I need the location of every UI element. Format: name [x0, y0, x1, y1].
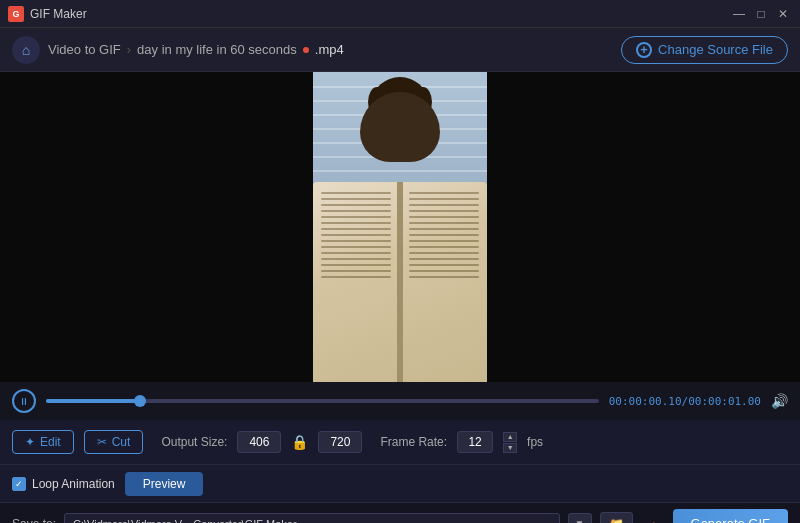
progress-bar[interactable]	[46, 399, 599, 403]
save-bar: Save to: C:\Vidmore\Vidmore V... Convert…	[0, 502, 800, 523]
generate-arrow-indicator: →	[641, 512, 661, 523]
width-input[interactable]	[237, 431, 281, 453]
book-text-right	[409, 192, 479, 278]
nav-left: ⌂ Video to GIF › day in my life in 60 se…	[12, 36, 344, 64]
preview-button[interactable]: Preview	[125, 472, 204, 496]
text-line	[321, 234, 391, 236]
fps-label: fps	[527, 435, 543, 449]
close-button[interactable]: ✕	[774, 5, 792, 23]
text-line	[409, 198, 479, 200]
text-line	[321, 198, 391, 200]
loop-bar: ✓ Loop Animation Preview	[0, 464, 800, 502]
output-size-label: Output Size:	[161, 435, 227, 449]
window-controls: — □ ✕	[730, 5, 792, 23]
text-line	[321, 246, 391, 248]
text-line	[321, 204, 391, 206]
text-line	[321, 210, 391, 212]
text-line	[409, 246, 479, 248]
time-display: 00:00:00.10/00:00:01.00	[609, 395, 761, 408]
cut-label: Cut	[112, 435, 131, 449]
text-line	[321, 276, 391, 278]
playback-bar: ⏸ 00:00:00.10/00:00:01.00 🔊	[0, 382, 800, 420]
home-icon: ⌂	[22, 42, 30, 58]
framerate-input[interactable]	[457, 431, 493, 453]
text-line	[409, 240, 479, 242]
checkbox-check: ✓	[12, 477, 26, 491]
title-bar: G GIF Maker — □ ✕	[0, 0, 800, 28]
book-spine	[397, 182, 403, 382]
text-line	[409, 264, 479, 266]
loop-animation-checkbox[interactable]: ✓ Loop Animation	[12, 477, 115, 491]
video-frame	[313, 72, 487, 382]
text-line	[409, 252, 479, 254]
video-area	[0, 72, 800, 382]
text-line	[409, 270, 479, 272]
text-line	[321, 216, 391, 218]
edit-icon: ✦	[25, 435, 35, 449]
home-button[interactable]: ⌂	[12, 36, 40, 64]
path-dropdown-button[interactable]: ▼	[568, 513, 592, 523]
framerate-label: Frame Rate:	[380, 435, 447, 449]
nav-bar: ⌂ Video to GIF › day in my life in 60 se…	[0, 28, 800, 72]
text-line	[321, 228, 391, 230]
framerate-down-button[interactable]: ▼	[503, 443, 517, 453]
text-line	[321, 270, 391, 272]
height-input[interactable]	[318, 431, 362, 453]
app-title: GIF Maker	[30, 7, 87, 21]
breadcrumb-section: Video to GIF	[48, 42, 121, 57]
progress-fill	[46, 399, 140, 403]
breadcrumb-filename: day in my life in 60 seconds	[137, 42, 297, 57]
text-line	[321, 222, 391, 224]
cut-icon: ✂	[97, 435, 107, 449]
text-line	[409, 228, 479, 230]
video-scene	[313, 72, 487, 382]
minimize-button[interactable]: —	[730, 5, 748, 23]
book-text-left	[321, 192, 391, 278]
edit-label: Edit	[40, 435, 61, 449]
volume-icon[interactable]: 🔊	[771, 393, 788, 409]
text-line	[409, 222, 479, 224]
text-line	[321, 264, 391, 266]
plus-icon: +	[636, 42, 652, 58]
text-line	[409, 204, 479, 206]
save-to-label: Save to:	[12, 517, 56, 524]
dog-body	[360, 92, 440, 162]
text-line	[409, 216, 479, 218]
maximize-button[interactable]: □	[752, 5, 770, 23]
text-line	[321, 240, 391, 242]
progress-thumb[interactable]	[134, 395, 146, 407]
text-line	[409, 258, 479, 260]
breadcrumb: Video to GIF › day in my life in 60 seco…	[48, 42, 344, 57]
change-source-label: Change Source File	[658, 42, 773, 57]
title-bar-left: G GIF Maker	[8, 6, 87, 22]
text-line	[409, 234, 479, 236]
app-icon: G	[8, 6, 24, 22]
cut-button[interactable]: ✂ Cut	[84, 430, 144, 454]
controls-bar: ✦ Edit ✂ Cut Output Size: 🔒 Frame Rate: …	[0, 420, 800, 464]
book	[313, 182, 487, 382]
loop-animation-label: Loop Animation	[32, 477, 115, 491]
breadcrumb-dot	[303, 47, 309, 53]
text-line	[409, 276, 479, 278]
open-folder-button[interactable]: 📁	[600, 512, 633, 524]
save-path-display: C:\Vidmore\Vidmore V... Converter\GIF Ma…	[64, 513, 560, 524]
breadcrumb-separator: ›	[127, 42, 131, 57]
lock-icon[interactable]: 🔒	[291, 434, 308, 450]
text-line	[409, 192, 479, 194]
framerate-up-button[interactable]: ▲	[503, 432, 517, 442]
text-line	[409, 210, 479, 212]
text-line	[321, 252, 391, 254]
text-line	[321, 192, 391, 194]
blind-line	[313, 170, 487, 172]
change-source-button[interactable]: + Change Source File	[621, 36, 788, 64]
text-line	[321, 258, 391, 260]
breadcrumb-ext: .mp4	[315, 42, 344, 57]
play-pause-button[interactable]: ⏸	[12, 389, 36, 413]
edit-button[interactable]: ✦ Edit	[12, 430, 74, 454]
generate-gif-button[interactable]: Generate GIF	[673, 509, 788, 523]
framerate-spinners: ▲ ▼	[503, 432, 517, 453]
play-pause-icon: ⏸	[19, 396, 29, 407]
